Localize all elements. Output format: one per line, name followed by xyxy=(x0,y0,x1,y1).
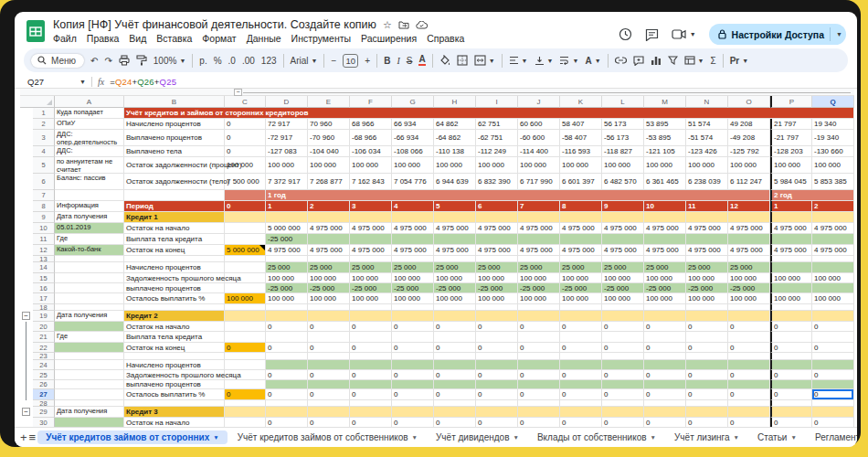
cell-N11[interactable] xyxy=(686,234,728,245)
cell-P7[interactable]: 2 год xyxy=(770,190,854,201)
cell-B16[interactable]: выплачено процентов xyxy=(124,283,225,293)
cell-H12[interactable]: 4 975 000 xyxy=(434,245,476,256)
cell-C19[interactable] xyxy=(225,311,266,322)
cell-M12[interactable]: 4 975 000 xyxy=(644,245,686,256)
cell-J9[interactable] xyxy=(518,212,560,223)
cell-I29[interactable] xyxy=(476,407,518,418)
version-history-icon[interactable] xyxy=(619,27,632,41)
cell-M9[interactable] xyxy=(644,212,686,223)
row-header-9[interactable]: 9 xyxy=(33,212,55,223)
cell-L21[interactable] xyxy=(602,332,644,343)
cell-P24[interactable] xyxy=(770,360,812,370)
cell-C9[interactable] xyxy=(225,212,266,223)
cell-D21[interactable] xyxy=(266,332,308,343)
borders-button[interactable] xyxy=(457,55,468,66)
cell-Q8[interactable]: 2 xyxy=(812,201,854,212)
cell-D27[interactable]: 0 xyxy=(266,389,308,400)
cell-Q3[interactable]: -19 340 xyxy=(812,130,854,146)
all-sheets-icon[interactable]: ≡ xyxy=(29,430,37,444)
row-header-21[interactable]: 21 xyxy=(33,332,55,343)
row-header-18[interactable]: 18 xyxy=(33,304,55,311)
cell-F25[interactable]: 0 xyxy=(350,370,392,380)
cell-C28[interactable] xyxy=(225,400,266,407)
sheet-tab-2[interactable]: Учёт дивидендов▼ xyxy=(428,430,527,444)
cell-I8[interactable]: 6 xyxy=(476,201,518,212)
cell-Q26[interactable] xyxy=(812,380,854,389)
bold-button[interactable]: B xyxy=(384,56,390,66)
cell-F13[interactable] xyxy=(350,256,392,262)
cell-E13[interactable] xyxy=(308,256,350,262)
select-all-corner[interactable] xyxy=(20,96,55,108)
cell-L16[interactable]: -25 000 xyxy=(602,283,644,293)
cell-D23[interactable] xyxy=(266,353,308,360)
cell-E26[interactable] xyxy=(308,380,350,389)
cell-D6[interactable]: 7 372 917 xyxy=(266,174,308,190)
filter-views-button[interactable]: ▼ xyxy=(684,56,704,65)
cell-B25[interactable]: Задолженность прошлого месяца xyxy=(124,370,225,380)
cell-A15[interactable] xyxy=(55,273,124,283)
cell-Q19[interactable] xyxy=(812,311,854,322)
cell-F9[interactable] xyxy=(350,212,392,223)
cell-J27[interactable]: 0 xyxy=(518,389,560,400)
cell-L15[interactable]: 100 000 xyxy=(602,273,644,283)
cell-P2[interactable]: 21 797 xyxy=(770,119,812,130)
sheet-tab-menu-caret[interactable]: ▼ xyxy=(412,434,418,441)
cell-F15[interactable]: 100 000 xyxy=(350,273,392,283)
cell-O16[interactable]: -25 000 xyxy=(728,283,770,293)
cell-K22[interactable]: 0 xyxy=(560,343,602,353)
cell-G24[interactable] xyxy=(392,360,434,370)
cell-J2[interactable]: 60 600 xyxy=(518,119,560,130)
cell-B17[interactable]: Осталось выплатить % xyxy=(124,293,225,304)
cell-C11[interactable] xyxy=(225,234,266,245)
cell-P8[interactable]: 1 xyxy=(770,201,812,212)
cell-F12[interactable]: 4 975 000 xyxy=(350,245,392,256)
cell-A24[interactable] xyxy=(55,360,124,370)
menu-Вставка[interactable]: Вставка xyxy=(156,33,192,44)
cell-H14[interactable]: 25 000 xyxy=(434,262,476,273)
cell-P15[interactable]: 100 000 xyxy=(770,273,812,283)
cell-L22[interactable]: 0 xyxy=(602,343,644,353)
cell-C16[interactable] xyxy=(225,283,266,293)
cell-C3[interactable]: 0 xyxy=(225,130,266,146)
cell-L10[interactable]: 4 975 000 xyxy=(602,223,644,234)
cell-G16[interactable]: -25 000 xyxy=(392,283,434,293)
cell-N15[interactable]: 100 000 xyxy=(686,273,728,283)
cell-I23[interactable] xyxy=(476,353,518,360)
cell-C30[interactable] xyxy=(225,418,266,427)
create-filter-button[interactable] xyxy=(668,56,678,65)
toolbar-search-menu[interactable]: Меню xyxy=(31,54,84,68)
cell-O6[interactable]: 6 112 247 xyxy=(728,174,770,190)
cell-C12[interactable]: 5 000 000 xyxy=(225,245,266,256)
cell-N17[interactable]: 100 000 xyxy=(686,293,728,304)
cell-D17[interactable]: 100 000 xyxy=(266,293,308,304)
cell-O18[interactable] xyxy=(728,304,770,311)
cell-Q22[interactable]: 0 xyxy=(812,343,854,353)
move-folder-icon[interactable] xyxy=(398,20,409,29)
cell-N14[interactable]: 25 000 xyxy=(686,262,728,273)
cell-M13[interactable] xyxy=(644,256,686,262)
cell-F21[interactable] xyxy=(350,332,392,343)
cell-D8[interactable]: 1 xyxy=(266,201,308,212)
cell-N23[interactable] xyxy=(686,353,728,360)
col-header-A[interactable]: A xyxy=(55,96,124,108)
font-select[interactable]: Arial▼ xyxy=(291,56,318,66)
cell-P3[interactable]: -21 797 xyxy=(770,130,812,146)
cell-O26[interactable] xyxy=(728,380,770,389)
cell-G28[interactable] xyxy=(392,400,434,407)
cell-I3[interactable]: -62 751 xyxy=(476,130,518,146)
cloud-status-icon[interactable] xyxy=(416,21,428,29)
cell-B11[interactable]: Выплата тела кредита xyxy=(124,234,225,245)
cell-D26[interactable] xyxy=(266,380,308,389)
cell-M28[interactable] xyxy=(644,400,686,407)
increase-decimals-button[interactable]: .00 xyxy=(242,56,255,66)
cell-A27[interactable] xyxy=(55,389,124,400)
cell-C25[interactable] xyxy=(225,370,266,380)
cell-E16[interactable]: -25 000 xyxy=(308,283,350,293)
cell-E15[interactable]: 100 000 xyxy=(308,273,350,283)
cell-B15[interactable]: Задолженность прошлого месяца xyxy=(124,273,225,283)
cell-J16[interactable]: -25 000 xyxy=(518,283,560,293)
cell-A14[interactable] xyxy=(55,262,124,273)
cell-F16[interactable]: -25 000 xyxy=(350,283,392,293)
cell-J10[interactable]: 4 975 000 xyxy=(518,223,560,234)
col-header-M[interactable]: M xyxy=(644,96,686,108)
